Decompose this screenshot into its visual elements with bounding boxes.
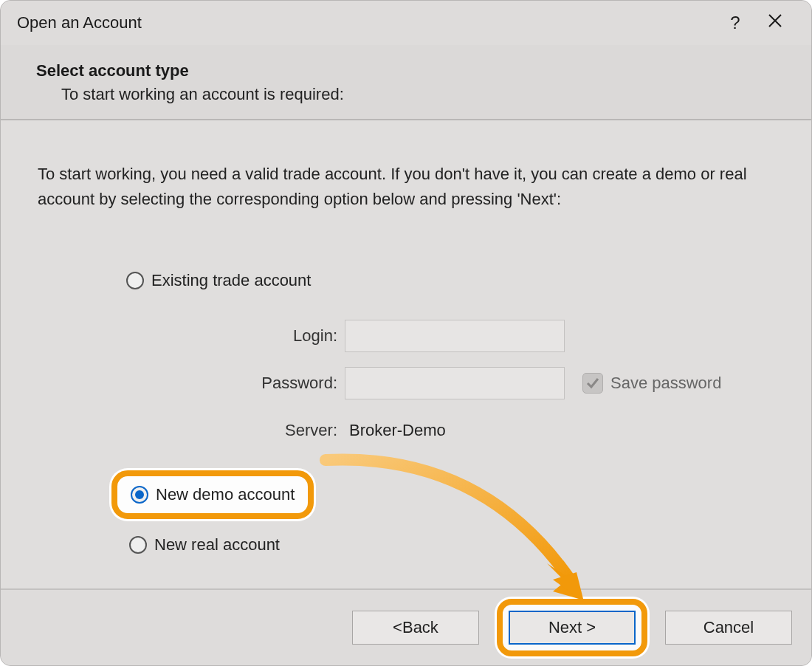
checkbox-icon bbox=[582, 373, 603, 394]
header: Select account type To start working an … bbox=[1, 45, 811, 120]
cancel-button[interactable]: Cancel bbox=[665, 611, 792, 645]
help-icon[interactable]: ? bbox=[715, 13, 755, 33]
back-button[interactable]: <Back bbox=[352, 611, 479, 645]
header-title: Select account type bbox=[36, 61, 776, 80]
window-title: Open an Account bbox=[17, 13, 715, 32]
password-input[interactable] bbox=[345, 367, 565, 399]
radio-label: New demo account bbox=[156, 485, 295, 504]
save-password-label: Save password bbox=[610, 374, 721, 393]
title-bar: Open an Account ? bbox=[1, 1, 811, 45]
dialog-window: Open an Account ? Select account type To… bbox=[0, 0, 812, 666]
header-subtitle: To start working an account is required: bbox=[36, 85, 776, 104]
radio-existing-account[interactable]: Existing trade account bbox=[126, 265, 774, 296]
close-icon[interactable] bbox=[755, 13, 795, 32]
radio-icon bbox=[131, 486, 148, 504]
next-button[interactable]: Next > bbox=[509, 611, 636, 645]
dialog-footer: <Back Next > Cancel bbox=[1, 588, 811, 665]
intro-text: To start working, you need a valid trade… bbox=[38, 162, 774, 212]
next-highlight: Next > bbox=[497, 599, 647, 656]
radio-demo-account[interactable]: New demo account bbox=[111, 470, 314, 519]
save-password-checkbox[interactable]: Save password bbox=[582, 373, 721, 394]
radio-icon bbox=[129, 536, 147, 554]
account-options: Existing trade account Login: Password: … bbox=[126, 265, 774, 560]
login-input[interactable] bbox=[345, 320, 565, 352]
server-value: Broker-Demo bbox=[349, 421, 446, 440]
server-label: Server: bbox=[197, 421, 345, 440]
radio-icon bbox=[126, 272, 144, 289]
existing-form: Login: Password: Save password Server: bbox=[197, 312, 774, 454]
password-label: Password: bbox=[197, 374, 345, 393]
radio-label: New real account bbox=[154, 535, 280, 555]
radio-real-account[interactable]: New real account bbox=[129, 529, 774, 560]
login-label: Login: bbox=[197, 326, 345, 346]
radio-label: Existing trade account bbox=[151, 271, 311, 290]
dialog-body: To start working, you need a valid trade… bbox=[1, 120, 811, 588]
